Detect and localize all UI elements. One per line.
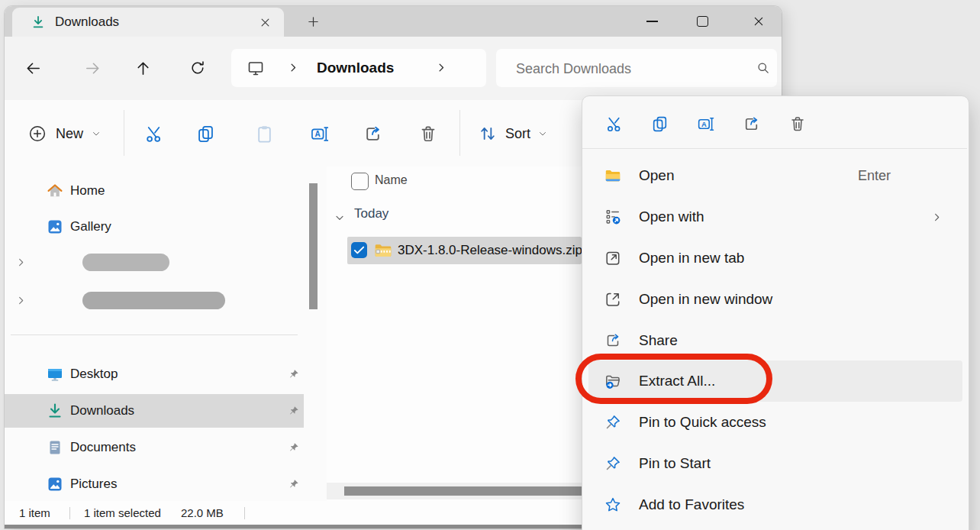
cut-button[interactable] [600, 110, 627, 137]
new-button-label: New [56, 126, 83, 142]
menu-item-add-to-favorites[interactable]: Add to Favorites [588, 484, 962, 525]
minimize-button[interactable] [635, 6, 669, 37]
redacted-sidebar-item[interactable] [82, 292, 225, 309]
cut-button[interactable] [140, 121, 166, 147]
paste-button[interactable] [251, 121, 277, 147]
menu-item-open-in-new-tab[interactable]: Open in new tab [588, 238, 962, 279]
menu-item-pin-to-start[interactable]: Pin to Start [588, 443, 962, 484]
file-name: 3DX-1.8.0-Release-windows.zip [398, 237, 582, 264]
sort-button-label: Sort [505, 126, 530, 142]
group-header-today[interactable]: Today [354, 206, 388, 221]
expand-chevron-icon[interactable] [15, 295, 27, 306]
sidebar-item-label: Pictures [70, 468, 117, 500]
explorer-tab-downloads[interactable]: Downloads [12, 8, 284, 37]
arrow-up-icon [134, 60, 152, 77]
group-collapse-chevron-icon[interactable] [334, 212, 346, 224]
close-icon [753, 15, 765, 27]
cut-icon [143, 124, 164, 144]
context-menu: A Open Enter Open with Open in new tab O… [582, 95, 969, 530]
desktop-icon [46, 365, 64, 383]
file-row-selected[interactable]: 3DX-1.8.0-Release-windows.zip [347, 237, 582, 264]
sidebar-item-label: Desktop [70, 358, 118, 390]
menu-item-open[interactable]: Open Enter [588, 155, 962, 196]
up-button[interactable] [131, 56, 155, 80]
sidebar-item-documents[interactable]: Documents [5, 431, 304, 464]
menu-shortcut: Enter [858, 168, 891, 184]
copy-button[interactable] [192, 121, 218, 147]
breadcrumb-chevron-icon[interactable] [286, 60, 301, 75]
close-button[interactable] [742, 6, 775, 37]
rename-icon: A [309, 124, 330, 144]
check-icon [351, 242, 367, 258]
new-button[interactable]: New [21, 118, 107, 150]
address-bar[interactable]: Downloads [231, 49, 486, 87]
folder-icon [604, 166, 622, 185]
copy-button[interactable] [646, 110, 673, 137]
menu-item-pin-to-quick-access[interactable]: Pin to Quick access [588, 402, 962, 443]
delete-button[interactable] [784, 110, 811, 137]
sidebar-divider [11, 334, 298, 335]
forward-button[interactable] [80, 56, 105, 80]
search-box[interactable] [496, 49, 777, 87]
sidebar-item-label: Documents [70, 431, 136, 464]
menu-item-label: Add to Favorites [639, 496, 744, 513]
breadcrumb-chevron-icon[interactable] [434, 60, 449, 75]
sidebar-item-desktop[interactable]: Desktop [5, 358, 304, 390]
horizontal-scrollbar-thumb[interactable] [344, 486, 582, 496]
open-in-new-window-icon [604, 290, 622, 309]
sidebar-item-gallery[interactable]: Gallery [5, 211, 304, 243]
rename-button[interactable]: A [306, 121, 332, 147]
tab-close-icon[interactable] [255, 12, 275, 32]
expand-chevron-icon[interactable] [15, 257, 27, 268]
name-column-header[interactable]: Name [375, 173, 408, 187]
this-pc-icon[interactable] [247, 59, 265, 77]
share-button[interactable] [737, 110, 765, 137]
tab-title: Downloads [55, 8, 119, 37]
menu-item-open-with[interactable]: Open with [588, 196, 962, 238]
share-button[interactable] [359, 121, 385, 147]
horizontal-scrollbar-track[interactable] [327, 483, 582, 499]
sidebar-item-label: Downloads [70, 395, 134, 427]
menu-item-label: Pin to Quick access [639, 414, 766, 431]
sidebar-item-home[interactable]: Home [5, 175, 304, 207]
pin-icon [604, 454, 622, 473]
delete-icon [788, 115, 807, 133]
paste-icon [254, 124, 275, 144]
sidebar-item-downloads[interactable]: Downloads [5, 395, 304, 427]
zip-file-icon [373, 241, 393, 260]
redacted-sidebar-item[interactable] [82, 254, 169, 271]
checkbox-checked[interactable] [351, 242, 367, 258]
pin-icon [289, 478, 300, 490]
sidebar-item-pictures[interactable]: Pictures [5, 468, 304, 500]
context-menu-divider [582, 148, 967, 149]
sidebar-scrollbar-thumb[interactable] [309, 183, 318, 309]
new-tab-button[interactable] [302, 11, 324, 31]
delete-icon [418, 124, 438, 144]
sort-button[interactable]: Sort [473, 118, 552, 150]
back-button[interactable] [21, 56, 45, 80]
arrow-right-icon [84, 60, 102, 77]
item-count: 1 item [19, 501, 50, 525]
tab-bar: Downloads [5, 6, 782, 37]
annotation-circle-extract-all [575, 354, 772, 404]
search-input[interactable] [514, 49, 746, 89]
maximize-button[interactable] [685, 6, 719, 37]
delete-button[interactable] [415, 121, 441, 147]
menu-item-label: Share [639, 332, 678, 349]
sidebar-item-label: Home [70, 175, 105, 207]
copy-icon [650, 115, 669, 134]
open-with-icon [604, 208, 622, 226]
select-all-checkbox[interactable] [351, 173, 369, 190]
svg-text:A: A [314, 130, 321, 138]
refresh-button[interactable] [185, 56, 210, 80]
rename-button[interactable]: A [691, 110, 719, 137]
minimize-icon [646, 21, 658, 22]
maximize-icon [697, 16, 708, 27]
menu-item-open-in-new-window[interactable]: Open in new window [588, 279, 962, 320]
sort-icon [478, 124, 498, 144]
breadcrumb[interactable]: Downloads [317, 49, 394, 87]
cut-icon [604, 115, 624, 134]
arrow-left-icon [24, 60, 42, 77]
pictures-icon [46, 475, 64, 493]
status-divider [69, 507, 70, 519]
